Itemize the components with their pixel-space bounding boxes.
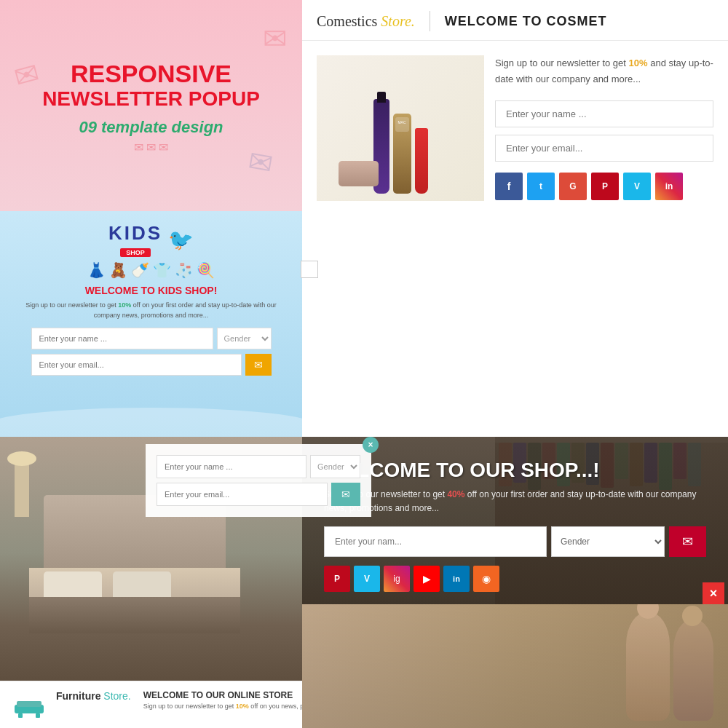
cosmetics-welcome: WELCOME TO COSMET [445, 14, 607, 29]
fashion-instagram-btn[interactable]: ig [384, 566, 410, 592]
cosmetics-form-area: Sign up to our newsletter to get 10% and… [495, 55, 713, 201]
kids-name-input[interactable] [31, 328, 213, 349]
cosmetics-product-image: MAC [317, 55, 484, 201]
fashion-submit-btn[interactable]: ✉ [669, 526, 706, 557]
twitter-btn[interactable]: t [527, 173, 555, 200]
shop-badge: SHOP [120, 248, 151, 257]
kids-submit-button[interactable]: ✉ [245, 354, 272, 376]
kids-logo: KIDS [108, 222, 162, 245]
fashion-signup-text: Sign up to our newsletter to get 40% off… [324, 488, 706, 515]
facebook-btn[interactable]: f [495, 173, 523, 200]
kids-gender-select[interactable]: GenderMaleFemale [217, 328, 272, 349]
instagram-btn[interactable]: in [655, 173, 683, 200]
cosmetics-name-input[interactable] [495, 100, 713, 127]
furniture-popup: × GenderMaleFemale ✉ [146, 444, 371, 517]
fashion-photo-overlay [302, 604, 728, 728]
cosmetics-signup-text: Sign up to our newsletter to get 10% and… [495, 55, 713, 87]
fashion-form: GenderMaleFemale ✉ [324, 526, 706, 557]
mail-decoration-1: ✉ [263, 22, 288, 55]
popup-submit-btn[interactable]: ✉ [331, 483, 360, 506]
svg-rect-1 [17, 701, 41, 707]
cosmetics-email-input[interactable] [495, 135, 713, 162]
main-headline-2: NEWSLETTER POPUP [42, 88, 260, 111]
template-count: 09 template design [79, 118, 223, 137]
fashion-pinterest-btn[interactable]: P [324, 566, 350, 592]
pinterest-btn[interactable]: P [591, 173, 619, 200]
kids-email-input[interactable] [31, 354, 242, 376]
kids-welcome: WELCOME TO KIDS SHOP! [15, 285, 288, 296]
popup-name-input[interactable] [157, 455, 306, 478]
fashion-youtube-btn[interactable]: ▶ [414, 566, 440, 592]
social-buttons-row: f t G P V in [495, 173, 713, 200]
fashion-rss-btn[interactable]: ◉ [473, 566, 499, 592]
furniture-brand: Furniture Store. [56, 690, 131, 702]
fashion-vimeo-btn[interactable]: V [354, 566, 380, 592]
svg-rect-3 [36, 713, 40, 718]
popup-form: GenderMaleFemale ✉ [157, 455, 360, 506]
fashion-gender-select[interactable]: GenderMaleFemale [551, 526, 665, 557]
kids-form: GenderMaleFemale ✉ [15, 328, 288, 376]
kids-discount: 10% [118, 301, 131, 309]
svg-rect-2 [18, 713, 23, 718]
vimeo-btn[interactable]: V [623, 173, 651, 200]
google-btn[interactable]: G [559, 173, 587, 200]
close-button-bottom-right[interactable]: × [703, 582, 724, 604]
popup-email-input[interactable] [157, 483, 328, 506]
popup-close-btn[interactable]: × [363, 437, 379, 453]
kids-signup-text: Sign up to our newsletter to get 10% off… [15, 301, 288, 320]
hanging-items: 👗🧸🍼👕🧦🍭 [15, 261, 288, 279]
fashion-welcome-title: WELCOME TO OUR SHOP...! [324, 459, 706, 482]
checkbox-overlay[interactable] [301, 261, 318, 278]
fashion-name-input[interactable] [324, 526, 547, 557]
bird-icon: 🐦 [168, 228, 194, 252]
furniture-logo-icon [11, 690, 47, 719]
fashion-linkedin-btn[interactable]: in [443, 566, 470, 592]
main-headline-1: RESPONSIVE [71, 60, 232, 87]
popup-gender-select[interactable]: GenderMaleFemale [310, 455, 360, 478]
cosmetics-logo: Comestics Store. [317, 13, 415, 30]
fashion-social-buttons: P V ig ▶ in ◉ [324, 566, 706, 592]
